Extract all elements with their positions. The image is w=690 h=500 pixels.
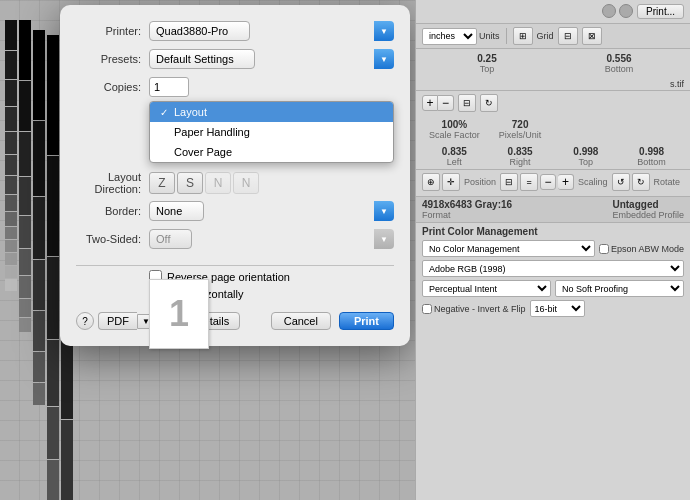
presets-select[interactable]: Default Settings xyxy=(149,49,255,69)
scaling-icon-2[interactable]: = xyxy=(520,173,538,191)
grid-icon-btn[interactable]: ⊞ xyxy=(513,27,533,45)
dropdown-label-layout: Layout xyxy=(174,106,207,118)
epson-abw-checkbox: Epson ABW Mode xyxy=(599,244,684,254)
color-mgmt-section: Print Color Management No Color Manageme… xyxy=(416,222,690,322)
scaling-minus[interactable]: − xyxy=(540,174,556,190)
print-button-right[interactable]: Print... xyxy=(637,4,684,19)
border-select-arrow: ▼ xyxy=(374,201,394,221)
top2-label: Top xyxy=(579,157,594,167)
layout-direction-label: Layout Direction: xyxy=(76,171,141,195)
right-top-bar: Print... xyxy=(416,0,690,23)
canvas-area: Printer: Quad3880-Pro ▼ Presets: Default… xyxy=(0,0,415,500)
preview-number: 1 xyxy=(169,293,189,335)
two-sided-label: Two-Sided: xyxy=(76,233,141,245)
color-mgmt-select[interactable]: No Color Management xyxy=(422,240,595,257)
right-metric: 0.835 Right xyxy=(488,146,553,167)
tools-section: + − ⊟ ↻ xyxy=(416,90,690,117)
dir-btn-s[interactable]: S xyxy=(177,172,203,194)
direction-buttons: Z S N N xyxy=(149,172,259,194)
preview-box: 1 xyxy=(149,279,209,349)
print-button[interactable]: Print xyxy=(339,312,394,330)
printer-select-arrow: ▼ xyxy=(374,21,394,41)
presets-row: Presets: Default Settings ▼ xyxy=(76,49,394,69)
window-btn-2[interactable] xyxy=(619,4,633,18)
tools-row: + − ⊟ ↻ xyxy=(422,94,684,112)
plus-button[interactable]: + xyxy=(422,95,438,111)
rotate-icon-1[interactable]: ↺ xyxy=(612,173,630,191)
cancel-button[interactable]: Cancel xyxy=(271,312,331,330)
bottom-value: 0.556 xyxy=(606,53,631,64)
negative-label: Negative - Invert & Flip xyxy=(434,304,526,314)
window-btn-1[interactable] xyxy=(602,4,616,18)
profile-value: Untagged xyxy=(612,199,684,210)
position-icon-2[interactable]: ✛ xyxy=(442,173,460,191)
grid-icon-btn-2[interactable]: ⊟ xyxy=(558,27,578,45)
pdf-button-group: PDF ▼ xyxy=(98,312,155,330)
top-bottom-metrics: 0.25 Top 0.556 Bottom xyxy=(416,49,690,78)
top-label: Top xyxy=(480,64,495,74)
dropdown-item-cover-page[interactable]: Cover Page xyxy=(150,142,393,162)
scale-pixels-metrics: 100% Scale Factor 720 Pixels/Unit xyxy=(416,117,690,142)
color-mgmt-row-3: Perceptual Intent No Soft Proofing xyxy=(422,280,684,297)
dir-btn-back-z[interactable]: N xyxy=(233,172,259,194)
panel-dropdown-menu: ✓ Layout Paper Handling Cover Page xyxy=(149,101,394,163)
position-icon-1[interactable]: ⊕ xyxy=(422,173,440,191)
position-icons: ⊕ ✛ xyxy=(422,173,460,191)
position-scaling-section: ⊕ ✛ Position ⊟ = − + Scaling ↺ ↻ Rotate xyxy=(416,169,690,196)
left-metric: 0.835 Left xyxy=(422,146,487,167)
left-label: Left xyxy=(447,157,462,167)
soft-proof-select[interactable]: No Soft Proofing xyxy=(555,280,684,297)
printer-row: Printer: Quad3880-Pro ▼ xyxy=(76,21,394,41)
checkmark-layout: ✓ xyxy=(160,107,170,118)
top2-value: 0.998 xyxy=(573,146,598,157)
profile-item: Untagged Embedded Profile xyxy=(612,199,684,220)
copies-input[interactable]: 1 xyxy=(149,77,189,97)
toolbar-divider-1 xyxy=(506,28,507,44)
scaling-plus[interactable]: + xyxy=(558,174,574,190)
pixels-label: Pixels/Unit xyxy=(499,130,542,140)
footer-right: Cancel Print xyxy=(271,312,394,330)
color-mgmt-row-1: No Color Management Epson ABW Mode xyxy=(422,240,684,257)
bottom2-metric: 0.998 Bottom xyxy=(619,146,684,167)
help-button[interactable]: ? xyxy=(76,312,94,330)
minus-button[interactable]: − xyxy=(438,95,454,111)
bit-select[interactable]: 16-bit xyxy=(530,300,585,317)
format-item: 4918x6483 Gray:16 Format xyxy=(422,199,512,220)
rotate-icon-2[interactable]: ↻ xyxy=(632,173,650,191)
bottom2-label: Bottom xyxy=(637,157,666,167)
dropdown-item-layout[interactable]: ✓ Layout xyxy=(150,102,393,122)
printer-select-wrapper: Quad3880-Pro ▼ xyxy=(149,21,394,41)
format2-select[interactable]: Adobe RGB (1998) xyxy=(422,260,684,277)
units-select[interactable]: inches xyxy=(422,28,477,45)
pdf-main-button[interactable]: PDF xyxy=(98,312,137,330)
refresh-icon-btn[interactable]: ↻ xyxy=(480,94,498,112)
dropdown-item-paper-handling[interactable]: Paper Handling xyxy=(150,122,393,142)
two-sided-row: Two-Sided: Off ▼ xyxy=(76,229,394,249)
border-label: Border: xyxy=(76,205,141,217)
presets-select-arrow: ▼ xyxy=(374,49,394,69)
scaling-icon-1[interactable]: ⊟ xyxy=(500,173,518,191)
dropdown-label-paper: Paper Handling xyxy=(174,126,250,138)
dialog-footer: ? PDF ▼ Hide Details Cancel Print xyxy=(76,312,394,330)
two-sided-select[interactable]: Off xyxy=(149,229,192,249)
position-scaling-row: ⊕ ✛ Position ⊟ = − + Scaling ↺ ↻ Rotate xyxy=(422,173,684,191)
epson-abw-input[interactable] xyxy=(599,244,609,254)
printer-select[interactable]: Quad3880-Pro xyxy=(149,21,250,41)
intent-select[interactable]: Perceptual Intent xyxy=(422,280,551,297)
plus-minus-group: + − xyxy=(422,95,454,111)
scaling-section: ⊟ = − + xyxy=(500,173,574,191)
negative-input[interactable] xyxy=(422,304,432,314)
right-label: Right xyxy=(510,157,531,167)
right-toolbar: inches Units ⊞ Grid ⊟ ⊠ xyxy=(416,23,690,49)
border-select-wrapper: None ▼ xyxy=(149,201,394,221)
rotate-section: ↺ ↻ xyxy=(612,173,650,191)
layout-direction-row: Layout Direction: Z S N N xyxy=(76,171,394,195)
bottom-row: Negative - Invert & Flip 16-bit xyxy=(422,300,684,317)
dir-btn-z[interactable]: Z xyxy=(149,172,175,194)
scale-metric: 100% Scale Factor xyxy=(422,119,487,140)
layers-icon-btn[interactable]: ⊟ xyxy=(458,94,476,112)
dir-btn-n[interactable]: N xyxy=(205,172,231,194)
border-select[interactable]: None xyxy=(149,201,204,221)
grid-icon-btn-3[interactable]: ⊠ xyxy=(582,27,602,45)
presets-label: Presets: xyxy=(76,53,141,65)
